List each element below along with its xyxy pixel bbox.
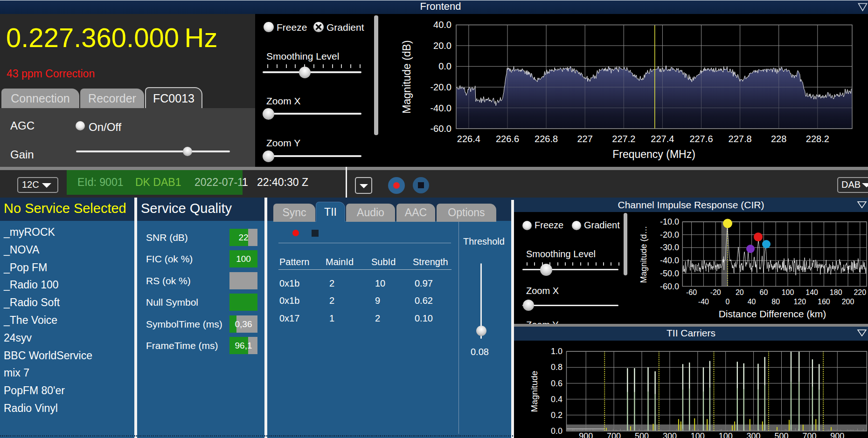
- svg-text:Magnitude (d…: Magnitude (d…: [639, 226, 648, 283]
- svg-text:0: 0: [726, 298, 730, 306]
- svg-text:220: 220: [854, 288, 866, 296]
- svg-text:-10.0: -10.0: [660, 217, 679, 226]
- svg-text:-60: -60: [686, 288, 697, 296]
- svg-text:0.6: 0.6: [551, 379, 562, 388]
- svg-text:0.2: 0.2: [551, 411, 562, 420]
- svg-text:60: 60: [760, 288, 768, 296]
- svg-text:100: 100: [691, 431, 705, 438]
- svg-text:0.4: 0.4: [551, 395, 562, 404]
- svg-text:300: 300: [663, 431, 677, 438]
- svg-text:200: 200: [842, 298, 854, 306]
- svg-text:-30.0: -30.0: [660, 243, 679, 252]
- svg-text:80: 80: [771, 298, 780, 306]
- svg-text:226.6: 226.6: [496, 134, 519, 144]
- svg-text:140: 140: [806, 288, 818, 296]
- svg-text:180: 180: [830, 288, 842, 296]
- svg-text:160: 160: [818, 298, 830, 306]
- svg-text:-60.0: -60.0: [430, 123, 451, 134]
- svg-text:0.0: 0.0: [551, 426, 562, 436]
- svg-text:-20.0: -20.0: [660, 230, 679, 240]
- svg-text:227.4: 227.4: [651, 134, 674, 144]
- svg-text:1.0: 1.0: [551, 347, 562, 356]
- svg-text:Frequency (MHz): Frequency (MHz): [612, 148, 695, 160]
- svg-text:227: 227: [577, 134, 593, 144]
- svg-text:Distance Difference (km): Distance Difference (km): [719, 308, 826, 319]
- svg-text:900: 900: [830, 431, 844, 438]
- svg-text:-50.0: -50.0: [660, 269, 679, 278]
- svg-text:227.6: 227.6: [689, 134, 713, 144]
- svg-text:100: 100: [719, 431, 733, 438]
- svg-text:-40.0: -40.0: [660, 256, 679, 265]
- svg-text:20.0: 20.0: [433, 41, 451, 51]
- svg-text:226.4: 226.4: [457, 134, 480, 144]
- svg-text:0.8: 0.8: [551, 363, 562, 372]
- svg-text:40.0: 40.0: [433, 20, 451, 30]
- svg-text:227.2: 227.2: [612, 134, 635, 144]
- svg-text:20: 20: [736, 288, 744, 296]
- svg-text:-20.0: -20.0: [430, 82, 451, 92]
- svg-text:-60.0: -60.0: [660, 282, 679, 291]
- svg-text:-40.0: -40.0: [430, 103, 451, 113]
- svg-text:Magnitude: Magnitude: [529, 371, 539, 412]
- svg-text:700: 700: [802, 431, 816, 438]
- svg-text:100: 100: [782, 288, 794, 296]
- svg-text:0.0: 0.0: [438, 61, 451, 71]
- svg-text:500: 500: [635, 431, 649, 438]
- svg-text:700: 700: [607, 431, 621, 438]
- svg-text:900: 900: [579, 431, 593, 438]
- svg-text:40: 40: [748, 298, 756, 306]
- svg-text:228: 228: [771, 134, 786, 144]
- svg-text:300: 300: [747, 431, 761, 438]
- svg-text:-40: -40: [698, 298, 709, 306]
- svg-text:227.8: 227.8: [729, 134, 752, 144]
- svg-text:Magnitude (dB): Magnitude (dB): [401, 40, 413, 113]
- svg-text:500: 500: [774, 431, 788, 438]
- svg-text:-20: -20: [710, 288, 721, 296]
- svg-text:228.2: 228.2: [806, 134, 829, 144]
- svg-text:226.8: 226.8: [535, 134, 558, 144]
- svg-text:120: 120: [793, 298, 806, 306]
